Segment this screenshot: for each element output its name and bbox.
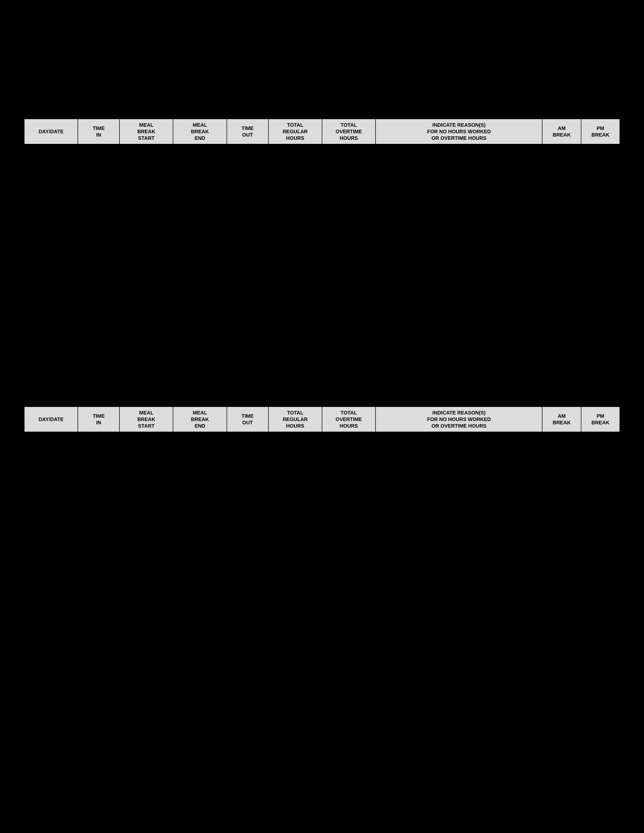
cell-ambreak <box>542 207 581 220</box>
col-header-daydate: DAY/DATE <box>24 119 78 144</box>
cell-mealend <box>173 470 227 482</box>
table-row <box>24 195 620 207</box>
cell-reghours <box>269 583 322 596</box>
cell-reghours <box>269 457 322 470</box>
table-row <box>24 545 620 558</box>
cell-mealstart <box>119 508 173 520</box>
cell-othours <box>322 457 375 470</box>
timesheet-table-2: DAY/DATE TIMEIN MEALBREAKSTART MEALBREAK… <box>24 407 620 609</box>
cell-reghours <box>269 470 322 482</box>
cell-daydate <box>24 583 78 596</box>
cell-reghours <box>269 520 322 533</box>
cell-reason <box>375 444 542 457</box>
timesheet-block-1: DAY/DATE TIMEIN MEALBREAKSTART MEALBREAK… <box>24 119 620 233</box>
cell-pmbreak <box>581 508 620 520</box>
cell-othours <box>322 169 375 182</box>
cell-reghours <box>269 533 322 545</box>
cell-mealend <box>173 583 227 596</box>
cell-pmbreak <box>581 169 620 182</box>
col-header-mealstart: MEALBREAKSTART <box>119 119 173 144</box>
cell-ambreak <box>542 457 581 470</box>
table-row <box>24 571 620 583</box>
cell-reason <box>375 495 542 508</box>
col-header-timeout-2: TIMEOUT <box>227 407 269 432</box>
table-row <box>24 444 620 457</box>
col-header-mealend: MEALBREAKEND <box>173 119 227 144</box>
cell-reghours <box>269 182 322 195</box>
cell-othours <box>322 195 375 207</box>
cell-timeout <box>227 583 269 596</box>
cell-daydate <box>24 470 78 482</box>
cell-mealstart <box>119 470 173 482</box>
cell-reason <box>375 157 542 169</box>
cell-reghours <box>269 144 322 157</box>
cell-mealstart <box>119 195 173 207</box>
cell-timeout <box>227 169 269 182</box>
cell-mealend <box>173 444 227 457</box>
cell-reason <box>375 207 542 220</box>
cell-mealend <box>173 144 227 157</box>
cell-reghours <box>269 508 322 520</box>
cell-reghours <box>269 558 322 571</box>
cell-pmbreak <box>581 457 620 470</box>
table-row <box>24 207 620 220</box>
cell-pmbreak <box>581 596 620 609</box>
cell-othours <box>322 432 375 444</box>
cell-mealstart <box>119 482 173 495</box>
cell-ambreak <box>542 220 581 233</box>
cell-mealstart <box>119 533 173 545</box>
cell-timein <box>78 157 119 169</box>
cell-mealstart <box>119 583 173 596</box>
cell-timein <box>78 220 119 233</box>
cell-ambreak <box>542 444 581 457</box>
table-row <box>24 508 620 520</box>
cell-reghours <box>269 207 322 220</box>
col-header-othours: TOTALOVERTIMEHOURS <box>322 119 375 144</box>
cell-mealstart <box>119 220 173 233</box>
cell-reason <box>375 220 542 233</box>
cell-ambreak <box>542 571 581 583</box>
cell-reason <box>375 470 542 482</box>
cell-pmbreak <box>581 182 620 195</box>
cell-reason <box>375 482 542 495</box>
cell-daydate <box>24 596 78 609</box>
cell-othours <box>322 157 375 169</box>
cell-reason <box>375 596 542 609</box>
cell-timeout <box>227 545 269 558</box>
cell-timeout <box>227 520 269 533</box>
cell-othours <box>322 482 375 495</box>
cell-pmbreak <box>581 444 620 457</box>
col-header-daydate-2: DAY/DATE <box>24 407 78 432</box>
table-row <box>24 495 620 508</box>
col-header-pmbreak: PMBREAK <box>581 119 620 144</box>
cell-timein <box>78 207 119 220</box>
cell-reghours <box>269 169 322 182</box>
cell-pmbreak <box>581 157 620 169</box>
cell-ambreak <box>542 482 581 495</box>
cell-reghours <box>269 195 322 207</box>
cell-ambreak <box>542 195 581 207</box>
cell-daydate <box>24 220 78 233</box>
cell-othours <box>322 495 375 508</box>
cell-mealend <box>173 157 227 169</box>
table-row <box>24 157 620 169</box>
cell-daydate <box>24 571 78 583</box>
cell-pmbreak <box>581 533 620 545</box>
cell-reghours <box>269 596 322 609</box>
col-header-reghours-2: TOTALREGULARHOURS <box>269 407 322 432</box>
cell-ambreak <box>542 144 581 157</box>
cell-ambreak <box>542 508 581 520</box>
timesheet-block-2: DAY/DATE TIMEIN MEALBREAKSTART MEALBREAK… <box>24 407 620 609</box>
table-row <box>24 169 620 182</box>
table-row <box>24 470 620 482</box>
cell-timeout <box>227 508 269 520</box>
cell-reghours <box>269 220 322 233</box>
cell-timeout <box>227 571 269 583</box>
cell-timein <box>78 571 119 583</box>
cell-ambreak <box>542 583 581 596</box>
cell-pmbreak <box>581 571 620 583</box>
cell-reghours <box>269 482 322 495</box>
cell-timeout <box>227 195 269 207</box>
cell-daydate <box>24 432 78 444</box>
cell-mealstart <box>119 571 173 583</box>
